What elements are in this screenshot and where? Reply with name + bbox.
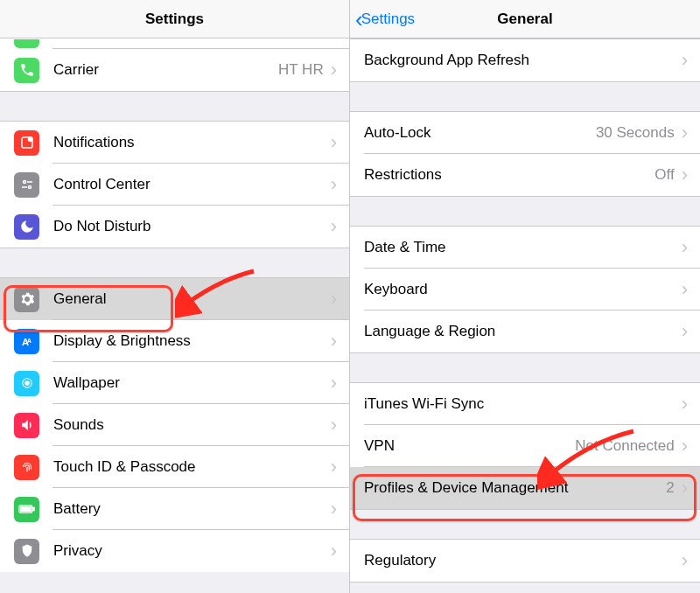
row-label: Display & Brightness (53, 332, 331, 350)
row-label: Sounds (53, 416, 331, 434)
chevron-right-icon: › (682, 393, 688, 415)
row-label: Language & Region (364, 323, 682, 340)
sounds-icon (14, 413, 39, 438)
general-title: General (497, 10, 552, 28)
row-label: VPN (364, 437, 575, 455)
row-label: Auto-Lock (364, 124, 596, 142)
chevron-right-icon: › (331, 288, 337, 310)
chevron-right-icon: › (331, 414, 337, 436)
battery-icon (14, 497, 39, 522)
chevron-right-icon: › (331, 330, 337, 352)
row-notifications[interactable]: Notifications › (0, 122, 349, 164)
svg-point-4 (28, 186, 31, 189)
row-label: Restrictions (364, 166, 654, 184)
row-label: Touch ID & Passcode (53, 458, 331, 476)
svg-point-2 (23, 181, 25, 184)
row-label: Background App Refresh (364, 52, 682, 69)
row-label: Keyboard (364, 281, 682, 298)
general-navbar: ‹ Settings General (350, 0, 700, 38)
row-background-app-refresh[interactable]: Background App Refresh › (350, 39, 700, 81)
wallpaper-icon (14, 371, 39, 396)
chevron-right-icon: › (331, 372, 337, 394)
chevron-right-icon: › (682, 477, 688, 499)
row-general[interactable]: General › (0, 278, 349, 320)
chevron-right-icon: › (682, 320, 688, 343)
svg-point-9 (24, 381, 29, 386)
row-restrictions[interactable]: Restrictions Off › (350, 154, 700, 196)
chevron-right-icon: › (682, 549, 688, 572)
back-button[interactable]: ‹ Settings (355, 0, 415, 38)
row-battery[interactable]: Battery › (0, 488, 349, 530)
chevron-right-icon: › (682, 435, 688, 457)
display-icon: AA (14, 329, 39, 354)
gear-icon (14, 287, 39, 312)
row-do-not-disturb[interactable]: Do Not Disturb › (0, 206, 349, 248)
fingerprint-icon (14, 455, 39, 480)
chevron-right-icon: › (682, 278, 688, 301)
svg-rect-11 (32, 507, 34, 510)
privacy-icon (14, 539, 39, 564)
svg-text:A: A (27, 338, 32, 344)
row-label: Wallpaper (53, 374, 331, 392)
chevron-right-icon: › (682, 122, 688, 144)
row-personal-hotspot[interactable]: Personal Hotspot Off › (0, 38, 349, 49)
row-vpn[interactable]: VPN Not Connected › (350, 425, 700, 467)
notifications-icon (14, 130, 39, 156)
chevron-right-icon: › (682, 236, 688, 259)
moon-icon (14, 214, 39, 240)
row-label: Regulatory (364, 552, 682, 569)
row-label: General (53, 290, 331, 308)
control-center-icon (14, 172, 39, 198)
row-privacy[interactable]: Privacy › (0, 530, 349, 572)
chevron-right-icon: › (331, 173, 337, 196)
svg-rect-12 (20, 507, 31, 512)
settings-title: Settings (145, 10, 204, 28)
phone-icon (14, 58, 39, 83)
link-icon (14, 39, 39, 48)
row-value: Not Connected (575, 437, 674, 455)
row-language-region[interactable]: Language & Region › (350, 310, 700, 352)
row-label: iTunes Wi-Fi Sync (364, 395, 682, 413)
chevron-right-icon: › (331, 59, 337, 81)
chevron-right-icon: › (331, 540, 337, 562)
row-touch-id-passcode[interactable]: Touch ID & Passcode › (0, 446, 349, 488)
chevron-right-icon: › (331, 498, 337, 520)
row-value: HT HR (278, 61, 324, 79)
row-label: Control Center (53, 176, 331, 193)
row-profiles-device-management[interactable]: Profiles & Device Management 2 › (350, 467, 700, 509)
general-pane: ‹ Settings General Background App Refres… (350, 0, 700, 593)
row-label: Battery (53, 500, 331, 518)
row-label: Notifications (53, 134, 331, 151)
row-carrier[interactable]: Carrier HT HR › (0, 49, 349, 91)
row-itunes-wifi-sync[interactable]: iTunes Wi-Fi Sync › (350, 383, 700, 425)
row-label: Date & Time (364, 239, 682, 256)
row-value: Off (654, 166, 674, 184)
row-label: Privacy (53, 542, 331, 560)
row-keyboard[interactable]: Keyboard › (350, 269, 700, 310)
settings-pane: Settings Personal Hotspot Off › Carrier … (0, 0, 350, 593)
chevron-right-icon: › (331, 215, 337, 238)
row-date-time[interactable]: Date & Time › (350, 227, 700, 269)
row-auto-lock[interactable]: Auto-Lock 30 Seconds › (350, 112, 700, 154)
svg-point-1 (27, 136, 32, 142)
row-label: Profiles & Device Management (364, 479, 666, 497)
back-label: Settings (361, 10, 415, 28)
chevron-right-icon: › (331, 131, 337, 154)
row-label: Do Not Disturb (53, 218, 331, 235)
row-value: 30 Seconds (596, 124, 675, 142)
row-wallpaper[interactable]: Wallpaper › (0, 362, 349, 404)
row-control-center[interactable]: Control Center › (0, 164, 349, 206)
settings-navbar: Settings (0, 0, 349, 38)
row-label: Carrier (53, 61, 278, 79)
chevron-right-icon: › (682, 49, 688, 72)
chevron-right-icon: › (331, 456, 337, 478)
row-display-brightness[interactable]: AA Display & Brightness › (0, 320, 349, 362)
row-sounds[interactable]: Sounds › (0, 404, 349, 446)
row-value: 2 (666, 479, 674, 497)
row-regulatory[interactable]: Regulatory › (350, 540, 700, 582)
chevron-right-icon: › (682, 164, 688, 186)
